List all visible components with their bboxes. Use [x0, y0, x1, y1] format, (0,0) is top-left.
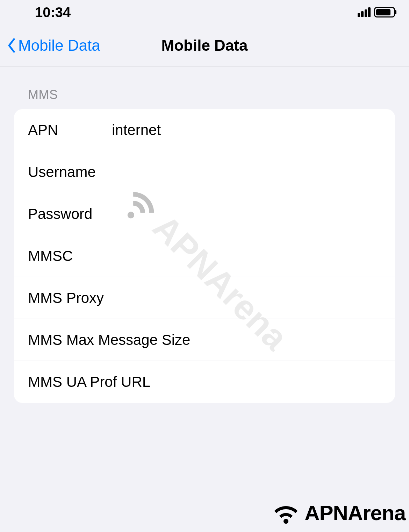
status-bar: 10:34	[0, 0, 409, 24]
mms-proxy-label: MMS Proxy	[28, 290, 381, 306]
battery-icon	[374, 7, 395, 17]
mms-max-size-label: MMS Max Message Size	[28, 332, 381, 348]
status-indicators	[358, 7, 395, 17]
chevron-left-icon	[7, 38, 15, 53]
footer-logo: APNArena	[270, 501, 406, 525]
page-title: Mobile Data	[162, 37, 248, 54]
back-label: Mobile Data	[18, 37, 100, 54]
mmsc-label: MMSC	[28, 248, 112, 264]
content-area: MMS APN Username Password MMSC MMS Proxy…	[0, 66, 409, 403]
mms-max-size-row[interactable]: MMS Max Message Size	[14, 319, 395, 361]
username-row[interactable]: Username	[14, 151, 395, 193]
password-label: Password	[28, 206, 112, 222]
mms-proxy-row[interactable]: MMS Proxy	[14, 277, 395, 319]
apn-input[interactable]	[112, 122, 381, 139]
navigation-bar: Mobile Data Mobile Data	[0, 24, 409, 66]
mms-ua-prof-row[interactable]: MMS UA Prof URL	[14, 361, 395, 403]
mms-settings-group: APN Username Password MMSC MMS Proxy MMS…	[14, 109, 395, 403]
wifi-icon	[270, 501, 302, 525]
back-button[interactable]: Mobile Data	[7, 37, 100, 54]
footer-text: APNArena	[304, 501, 406, 525]
svg-point-0	[284, 519, 288, 524]
username-label: Username	[28, 164, 112, 180]
mmsc-row[interactable]: MMSC	[14, 235, 395, 277]
username-input[interactable]	[112, 164, 381, 180]
cellular-signal-icon	[358, 7, 371, 17]
mmsc-input[interactable]	[112, 248, 381, 264]
section-header-mms: MMS	[14, 87, 395, 109]
password-input[interactable]	[112, 206, 381, 222]
apn-label: APN	[28, 122, 112, 139]
apn-row[interactable]: APN	[14, 109, 395, 151]
status-time: 10:34	[35, 5, 71, 20]
mms-ua-prof-label: MMS UA Prof URL	[28, 374, 381, 390]
password-row[interactable]: Password	[14, 193, 395, 235]
